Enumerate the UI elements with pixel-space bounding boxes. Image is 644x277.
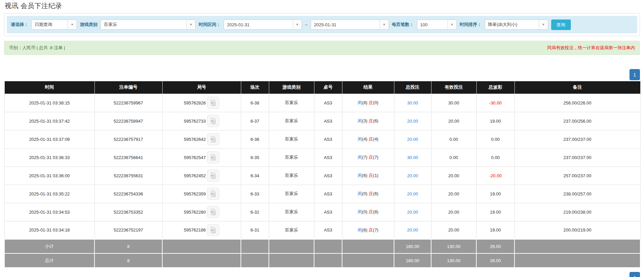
search-button[interactable]: 查询 <box>551 20 571 30</box>
date-to-value: 2025-01-31 <box>311 20 380 29</box>
cell-result: 闲(7) 庄(7) <box>342 148 394 166</box>
page-1-button[interactable]: 1 <box>629 272 640 277</box>
video-file-icon <box>209 135 217 143</box>
filter-panel: 请选择： 日期查询 ▼ 游戏类别 百家乐 ▼ 时间区间： 2025-01-31 … <box>4 13 640 36</box>
date-from-select[interactable]: 2025-01-31 ▼ <box>224 20 302 30</box>
result-player-score: (0) <box>362 209 367 214</box>
round-id-text: 595762280 <box>184 210 206 215</box>
video-replay-button[interactable] <box>207 151 219 163</box>
cell-result: 闲(8) 庄(0) <box>342 94 394 112</box>
header-table-no: 桌号 <box>314 81 342 94</box>
chevron-down-icon[interactable]: ▼ <box>380 20 389 29</box>
per-page-label: 每页笔数： <box>392 22 414 28</box>
result-player: 闲 <box>358 209 362 214</box>
video-replay-button[interactable] <box>207 133 219 145</box>
cell-game-type: 百家乐 <box>269 112 314 130</box>
result-banker: 庄 <box>369 155 373 160</box>
select-type-label: 请选择： <box>11 22 28 28</box>
pagination-bottom: 1 <box>629 272 640 277</box>
total-bet-link[interactable]: 20.00 <box>407 210 418 215</box>
chevron-down-icon[interactable]: ▼ <box>186 20 195 29</box>
cell-payout: 19.00 <box>476 203 514 221</box>
round-id-text: 595762733 <box>184 119 206 124</box>
result-banker-score: (7) <box>373 155 379 160</box>
total-bet-link[interactable]: 30.00 <box>407 155 418 160</box>
cell-time: 2025-01-31 03:36:33 <box>4 148 94 166</box>
result-player: 闲 <box>358 173 362 178</box>
sort-value: 降幂(由大到小) <box>485 20 539 29</box>
header-round-id: 局号 <box>162 81 241 94</box>
game-type-label: 游戏类别 <box>80 22 97 28</box>
result-player: 闲 <box>358 136 362 142</box>
video-replay-button[interactable] <box>207 206 219 218</box>
cell-total-bet: 20.00 <box>394 112 431 130</box>
date-range-tilde: ~ <box>305 22 308 27</box>
table-row: 2025-01-31 03:37:42 522236758947 5957627… <box>4 112 640 130</box>
cell-note: 237.00/237.00 <box>514 130 640 148</box>
cell-table-no: AS3 <box>314 148 342 166</box>
video-replay-button[interactable] <box>207 115 219 127</box>
result-player-score: (7) <box>362 155 367 160</box>
sort-select[interactable]: 降幂(由大到小) ▼ <box>485 20 548 30</box>
subtotal-payout: 26.00 <box>476 239 514 253</box>
header-result: 结果 <box>342 81 394 94</box>
cell-valid-bet: 30.00 <box>431 94 476 112</box>
chevron-down-icon[interactable]: ▼ <box>292 20 302 29</box>
date-to-select[interactable]: 2025-01-31 ▼ <box>311 20 389 30</box>
result-player-score: (4) <box>362 136 367 142</box>
header-total-bet: 总投注 <box>394 81 431 94</box>
video-file-icon <box>209 154 217 161</box>
query-type-select[interactable]: 日期查询 ▼ <box>31 20 77 30</box>
cell-bet-id: 522236752197 <box>94 221 162 239</box>
page-1-button[interactable]: 1 <box>629 69 640 80</box>
cell-time: 2025-01-31 03:37:09 <box>4 130 94 148</box>
video-replay-button[interactable] <box>207 170 219 182</box>
result-player: 闲 <box>358 155 362 160</box>
cell-session: 6-31 <box>241 221 269 239</box>
result-banker-score: (6) <box>373 191 379 196</box>
cell-valid-bet: 20.00 <box>431 203 476 221</box>
result-banker: 庄 <box>369 173 373 178</box>
chevron-down-icon[interactable]: ▼ <box>447 20 456 29</box>
cell-bet-id: 522236755631 <box>94 166 162 185</box>
total-count: 8 <box>94 253 162 268</box>
cell-game-type: 百家乐 <box>269 221 314 239</box>
total-bet-link[interactable]: 30.00 <box>407 100 418 105</box>
cell-result: 闲(6) 庄(7) <box>342 221 394 239</box>
subtotal-count: 8 <box>94 239 162 253</box>
video-replay-button[interactable] <box>207 188 219 200</box>
cell-session: 6-35 <box>241 148 269 166</box>
header-note: 备注 <box>514 81 640 94</box>
cell-game-type: 百家乐 <box>269 130 314 148</box>
video-file-icon <box>209 226 217 234</box>
cell-table-no: AS3 <box>314 185 342 203</box>
video-replay-button[interactable] <box>207 97 219 109</box>
cell-total-bet: 30.00 <box>394 94 431 112</box>
cell-total-bet: 20.00 <box>394 185 431 203</box>
total-bet-link[interactable]: 20.00 <box>407 173 418 178</box>
video-replay-button[interactable] <box>207 224 219 236</box>
header-valid-bet: 有效投注 <box>431 81 476 94</box>
cell-result: 闲(0) 庄(6) <box>342 185 394 203</box>
total-bet-link[interactable]: 20.00 <box>407 227 418 233</box>
result-player-score: (6) <box>362 173 367 178</box>
chevron-down-icon[interactable]: ▼ <box>67 20 77 29</box>
cell-payout: 19.00 <box>476 112 514 130</box>
sort-label: 时间排序： <box>460 22 482 28</box>
cell-table-no: AS3 <box>314 112 342 130</box>
total-bet-link[interactable]: 20.00 <box>407 137 418 142</box>
bet-records-table: 时间 注单编号 局号 场次 游戏类别 桌号 结果 总投注 有效投注 总派彩 备注… <box>4 81 641 268</box>
cell-valid-bet: 20.00 <box>431 166 476 185</box>
chevron-down-icon[interactable]: ▼ <box>539 20 548 29</box>
per-page-select[interactable]: 100 ▼ <box>417 20 457 30</box>
cell-session: 6-38 <box>241 94 269 112</box>
round-id-text: 595762359 <box>184 191 206 196</box>
header-game-type: 游戏类别 <box>269 81 314 94</box>
total-bet-link[interactable]: 20.00 <box>407 119 418 124</box>
header-session: 场次 <box>241 81 269 94</box>
total-label: 总计 <box>4 253 94 268</box>
cell-payout: 0.00 <box>476 148 514 166</box>
game-type-select[interactable]: 百家乐 ▼ <box>101 20 196 30</box>
total-bet-link[interactable]: 20.00 <box>407 191 418 196</box>
result-banker: 庄 <box>369 209 373 214</box>
